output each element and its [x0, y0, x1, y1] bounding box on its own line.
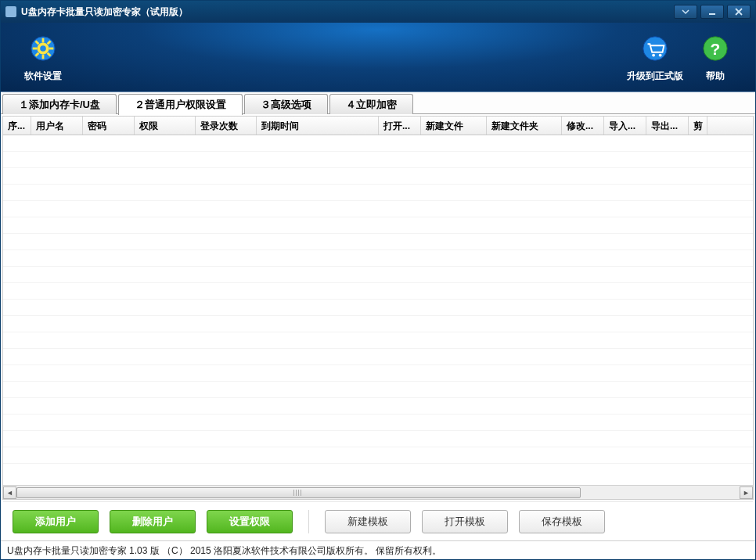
column-header[interactable]: 导入...: [604, 117, 646, 135]
help-label: 帮助: [706, 70, 725, 83]
scroll-thumb[interactable]: [16, 487, 581, 498]
table-row[interactable]: [3, 365, 753, 382]
table-row[interactable]: [3, 398, 753, 415]
tab-encrypt[interactable]: ４立即加密: [329, 94, 413, 114]
divider: [308, 510, 309, 533]
table-row[interactable]: [3, 316, 753, 332]
table-row[interactable]: [3, 168, 753, 185]
set-permission-button[interactable]: 设置权限: [207, 510, 293, 533]
svg-rect-0: [709, 13, 715, 15]
table-row[interactable]: [3, 201, 753, 217]
tab-add-device[interactable]: １添加内存卡/U盘: [2, 94, 117, 114]
gear-icon: [27, 32, 59, 65]
tab-bar: １添加内存卡/U盘 ２普通用户权限设置 ３高级选项 ４立即加密: [1, 92, 755, 114]
add-user-button[interactable]: 添加用户: [13, 510, 99, 533]
tab-advanced[interactable]: ３高级选项: [244, 94, 328, 114]
column-header[interactable]: 修改...: [562, 117, 604, 135]
column-header[interactable]: 新建文件夹: [487, 117, 562, 135]
action-buttons: 添加用户 删除用户 设置权限 新建模板 打开模板 保存模板: [3, 501, 753, 540]
scroll-left-button[interactable]: ◄: [3, 486, 16, 499]
dropdown-button[interactable]: [674, 5, 697, 19]
table-row[interactable]: [3, 185, 753, 201]
table-row[interactable]: [3, 217, 753, 234]
column-header[interactable]: 权限: [135, 117, 196, 135]
table-row[interactable]: [3, 431, 753, 447]
upgrade-label: 升级到正式版: [627, 70, 683, 83]
grid-header: 序...用户名密码权限登录次数到期时间打开...新建文件新建文件夹修改...导入…: [3, 117, 753, 135]
table-row[interactable]: [3, 447, 753, 464]
settings-label: 软件设置: [24, 70, 62, 83]
column-header[interactable]: 打开...: [379, 117, 421, 135]
new-template-button[interactable]: 新建模板: [325, 510, 411, 533]
table-row[interactable]: [3, 135, 753, 152]
cart-icon: [639, 32, 671, 65]
column-header[interactable]: 新建文件: [421, 117, 487, 135]
column-header[interactable]: 导出...: [646, 117, 689, 135]
table-row[interactable]: [3, 152, 753, 168]
tab-user-permissions[interactable]: ２普通用户权限设置: [118, 94, 243, 115]
svg-point-13: [659, 53, 662, 56]
svg-text:?: ?: [711, 39, 721, 57]
window-title: U盘内存卡批量只读加密专家（试用版）: [21, 5, 671, 19]
help-button[interactable]: ? 帮助: [691, 29, 740, 86]
table-row[interactable]: [3, 234, 753, 250]
help-icon: ?: [699, 32, 732, 65]
table-row[interactable]: [3, 382, 753, 398]
table-row[interactable]: [3, 250, 753, 267]
minimize-button[interactable]: [700, 5, 724, 19]
title-bar[interactable]: U盘内存卡批量只读加密专家（试用版）: [1, 1, 755, 23]
close-button[interactable]: [727, 5, 751, 19]
user-grid: 序...用户名密码权限登录次数到期时间打开...新建文件新建文件夹修改...导入…: [2, 116, 754, 500]
main-toolbar: 软件设置 升级到正式版 ? 帮助: [1, 23, 755, 92]
table-row[interactable]: [3, 283, 753, 300]
app-window: U盘内存卡批量只读加密专家（试用版） 软件设置 升级到正式版 ? 帮助 １添: [0, 0, 756, 560]
scroll-track[interactable]: [16, 486, 740, 499]
column-header[interactable]: 到期时间: [257, 117, 379, 135]
table-row[interactable]: [3, 300, 753, 316]
content-area: １添加内存卡/U盘 ２普通用户权限设置 ３高级选项 ４立即加密 序...用户名密…: [1, 92, 755, 540]
table-row[interactable]: [3, 415, 753, 431]
table-row[interactable]: [3, 349, 753, 365]
settings-button[interactable]: 软件设置: [16, 29, 70, 86]
table-row[interactable]: [3, 332, 753, 349]
grid-body[interactable]: [3, 135, 753, 485]
svg-point-12: [652, 53, 655, 56]
column-header[interactable]: 密码: [83, 117, 135, 135]
column-header[interactable]: 序...: [3, 117, 31, 135]
app-icon: [5, 6, 16, 17]
column-header[interactable]: 登录次数: [196, 117, 257, 135]
table-row[interactable]: [3, 267, 753, 283]
horizontal-scrollbar[interactable]: ◄ ►: [3, 485, 753, 499]
column-header[interactable]: 剪: [689, 117, 707, 135]
status-bar: U盘内存卡批量只读加密专家 1.03 版 （C） 2015 洛阳夏冰软件技术有限…: [1, 540, 755, 559]
upgrade-button[interactable]: 升级到正式版: [619, 29, 691, 86]
column-header[interactable]: 用户名: [31, 117, 83, 135]
save-template-button[interactable]: 保存模板: [519, 510, 605, 533]
scroll-right-button[interactable]: ►: [740, 486, 753, 499]
open-template-button[interactable]: 打开模板: [422, 510, 508, 533]
delete-user-button[interactable]: 删除用户: [110, 510, 196, 533]
